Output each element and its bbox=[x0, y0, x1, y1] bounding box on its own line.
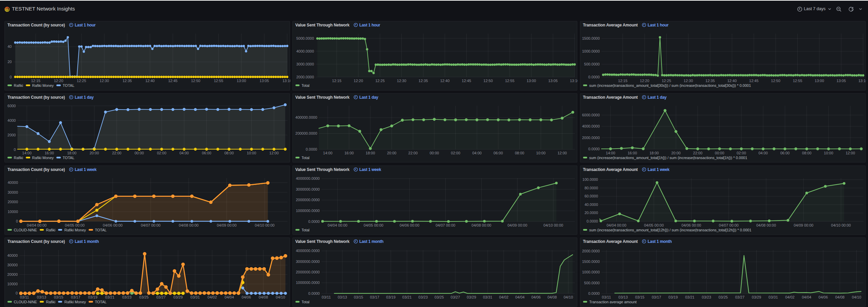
svg-text:1500.0000: 1500.0000 bbox=[582, 260, 600, 264]
svg-text:6000.0000: 6000.0000 bbox=[582, 113, 600, 117]
svg-text:10:00: 10:00 bbox=[247, 151, 256, 155]
svg-text:5000.0000: 5000.0000 bbox=[296, 36, 314, 40]
svg-text:12:50: 12:50 bbox=[483, 79, 493, 83]
svg-text:04/05 00:00: 04/05 00:00 bbox=[65, 223, 85, 227]
svg-text:14:00: 14:00 bbox=[606, 151, 615, 155]
svg-text:12:50: 12:50 bbox=[771, 79, 780, 83]
svg-text:03/27: 03/27 bbox=[735, 295, 744, 299]
svg-text:03/13: 03/13 bbox=[37, 295, 47, 299]
svg-text:40: 40 bbox=[7, 44, 12, 49]
svg-text:12:55: 12:55 bbox=[214, 79, 223, 83]
svg-text:12:20: 12:20 bbox=[54, 79, 64, 83]
svg-text:04:00: 04:00 bbox=[758, 151, 768, 155]
svg-text:2000.0000: 2000.0000 bbox=[296, 75, 314, 79]
svg-text:13:10: 13:10 bbox=[570, 79, 578, 83]
svg-text:03/25: 03/25 bbox=[139, 295, 149, 299]
svg-text:12:55: 12:55 bbox=[505, 79, 514, 83]
svg-text:04/04: 04/04 bbox=[802, 295, 811, 299]
svg-text:10:00: 10:00 bbox=[824, 151, 833, 155]
svg-text:12:20: 12:20 bbox=[354, 79, 363, 83]
svg-text:12:35: 12:35 bbox=[418, 79, 428, 83]
svg-text:12:30: 12:30 bbox=[100, 79, 109, 83]
svg-text:12:20: 12:20 bbox=[640, 79, 649, 83]
svg-text:12:40: 12:40 bbox=[727, 79, 737, 83]
svg-text:13:00: 13:00 bbox=[815, 79, 824, 83]
svg-text:03/23: 03/23 bbox=[418, 295, 428, 299]
svg-text:13:00: 13:00 bbox=[526, 79, 536, 83]
svg-text:04/04: 04/04 bbox=[224, 295, 234, 299]
svg-text:08:00: 08:00 bbox=[802, 151, 811, 155]
svg-text:0.0000: 0.0000 bbox=[588, 75, 600, 79]
svg-text:03/19: 03/19 bbox=[88, 295, 97, 299]
svg-text:03/17: 03/17 bbox=[652, 295, 661, 299]
svg-text:0: 0 bbox=[10, 75, 12, 79]
svg-text:14:00: 14:00 bbox=[323, 151, 332, 155]
svg-text:14:00: 14:00 bbox=[22, 151, 32, 155]
svg-text:13:00: 13:00 bbox=[237, 79, 246, 83]
svg-text:60.0000: 60.0000 bbox=[584, 194, 598, 198]
svg-text:04/06 00:00: 04/06 00:00 bbox=[399, 223, 419, 227]
svg-text:04/10 00:00: 04/10 00:00 bbox=[831, 223, 851, 227]
svg-text:80.0000: 80.0000 bbox=[584, 186, 598, 190]
svg-text:18:00: 18:00 bbox=[649, 151, 659, 155]
svg-text:4000: 4000 bbox=[7, 118, 16, 122]
svg-text:22:00: 22:00 bbox=[408, 151, 418, 155]
svg-text:22:00: 22:00 bbox=[693, 151, 702, 155]
svg-text:0: 0 bbox=[16, 219, 18, 223]
svg-text:13:10: 13:10 bbox=[283, 79, 290, 83]
svg-text:04/06 00:00: 04/06 00:00 bbox=[103, 223, 123, 227]
svg-text:13:05: 13:05 bbox=[259, 79, 269, 83]
svg-text:04/08 00:00: 04/08 00:00 bbox=[471, 223, 491, 227]
svg-text:2000000.0000: 2000000.0000 bbox=[296, 270, 320, 274]
svg-text:12:35: 12:35 bbox=[123, 79, 132, 83]
svg-text:04/02: 04/02 bbox=[785, 295, 795, 299]
svg-text:04/08: 04/08 bbox=[259, 295, 268, 299]
svg-text:2000.0000: 2000.0000 bbox=[582, 135, 600, 139]
svg-text:20.0000: 20.0000 bbox=[584, 211, 598, 215]
svg-text:03/19: 03/19 bbox=[386, 295, 396, 299]
svg-text:03/29: 03/29 bbox=[174, 295, 183, 299]
svg-text:18:00: 18:00 bbox=[365, 151, 375, 155]
svg-text:18:00: 18:00 bbox=[67, 151, 77, 155]
svg-text:04/06: 04/06 bbox=[531, 295, 541, 299]
svg-text:06:00: 06:00 bbox=[493, 151, 503, 155]
svg-text:04/09 00:00: 04/09 00:00 bbox=[217, 223, 236, 227]
svg-text:12:15: 12:15 bbox=[332, 79, 341, 83]
svg-text:04/04 00:00: 04/04 00:00 bbox=[327, 223, 347, 227]
svg-text:200000.0000: 200000.0000 bbox=[295, 131, 317, 135]
svg-text:1000.0000: 1000.0000 bbox=[582, 49, 600, 53]
svg-text:04/07 00:00: 04/07 00:00 bbox=[141, 223, 161, 227]
svg-text:04/04 00:00: 04/04 00:00 bbox=[607, 223, 626, 227]
svg-text:13:05: 13:05 bbox=[548, 79, 558, 83]
svg-text:04/06: 04/06 bbox=[818, 295, 828, 299]
svg-text:03/11: 03/11 bbox=[20, 295, 29, 299]
svg-text:12:45: 12:45 bbox=[749, 79, 759, 83]
svg-text:0: 0 bbox=[16, 291, 18, 295]
svg-text:3000000.0000: 3000000.0000 bbox=[296, 259, 320, 263]
svg-text:500.0000: 500.0000 bbox=[584, 62, 600, 66]
svg-text:0.0000: 0.0000 bbox=[306, 147, 317, 151]
svg-text:12:25: 12:25 bbox=[375, 79, 385, 83]
svg-text:12:00: 12:00 bbox=[846, 151, 855, 155]
svg-text:04/10: 04/10 bbox=[563, 295, 573, 299]
svg-text:1000000.0000: 1000000.0000 bbox=[296, 208, 320, 212]
svg-text:12:00: 12:00 bbox=[557, 151, 567, 155]
svg-text:04/02: 04/02 bbox=[207, 295, 217, 299]
svg-text:0.0000: 0.0000 bbox=[308, 219, 320, 223]
svg-text:20: 20 bbox=[7, 60, 12, 64]
svg-text:12:00: 12:00 bbox=[269, 151, 279, 155]
svg-text:03/27: 03/27 bbox=[451, 295, 460, 299]
svg-text:04/05 00:00: 04/05 00:00 bbox=[363, 223, 383, 227]
svg-text:00:00: 00:00 bbox=[134, 151, 144, 155]
svg-text:13:05: 13:05 bbox=[836, 79, 846, 83]
svg-text:0: 0 bbox=[14, 147, 16, 151]
svg-text:16:00: 16:00 bbox=[628, 151, 637, 155]
svg-text:12:35: 12:35 bbox=[705, 79, 715, 83]
svg-text:03/15: 03/15 bbox=[54, 295, 64, 299]
svg-text:10000: 10000 bbox=[7, 282, 18, 286]
svg-text:1500.0000: 1500.0000 bbox=[582, 36, 600, 40]
svg-text:12:15: 12:15 bbox=[31, 79, 40, 83]
svg-text:0.0000: 0.0000 bbox=[308, 291, 320, 295]
svg-text:40000: 40000 bbox=[7, 253, 18, 257]
svg-text:04/04 00:00: 04/04 00:00 bbox=[27, 223, 47, 227]
